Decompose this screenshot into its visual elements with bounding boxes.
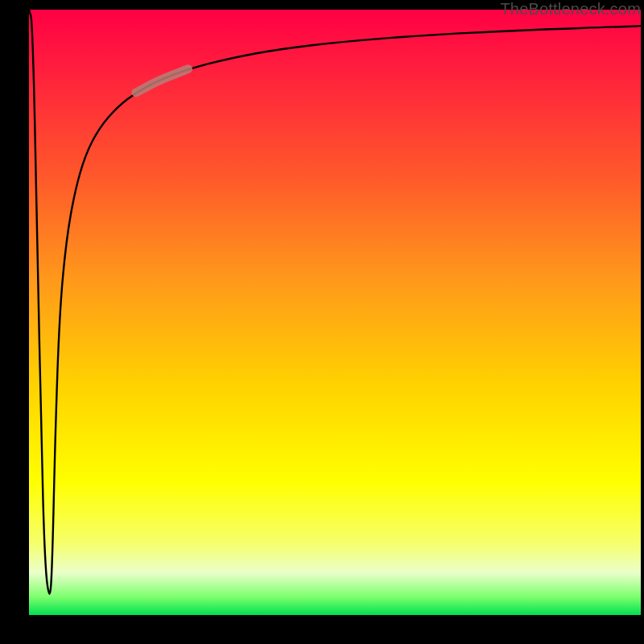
curve-path (29, 10, 641, 594)
attribution-label: TheBottleneck.com (500, 0, 641, 19)
bottleneck-curve (29, 10, 641, 615)
plot-area (29, 10, 641, 615)
chart-frame: TheBottleneck.com (0, 0, 644, 644)
curve-highlight (136, 69, 188, 93)
